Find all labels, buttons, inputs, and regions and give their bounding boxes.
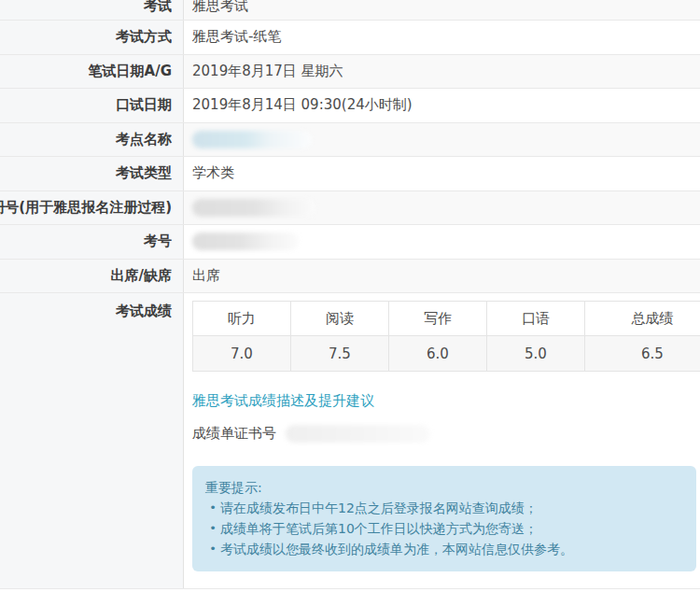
score-header-overall: 总成绩: [585, 302, 700, 336]
notice-title: 重要提示:: [205, 477, 683, 498]
score-value-listening: 7.0: [193, 336, 291, 372]
row-candidate-number-value-cell: [184, 225, 700, 259]
row-exam-type-value-cell: 学术类: [184, 157, 700, 190]
row-exam-mode: 考试方式 雅思考试-纸笔: [0, 21, 700, 55]
score-header-reading: 阅读: [291, 302, 389, 336]
row-exam-results-value-cell: 听力 阅读 写作 口语 总成绩 7.0 7.5 6.0 5.0 6.5 雅思考试…: [184, 293, 700, 588]
row-value: 出席: [192, 267, 220, 285]
row-label: 口试日期: [116, 96, 172, 114]
row-speaking-test-date: 口试日期 2019年8月14日 09:30(24小时制): [0, 89, 700, 123]
scores-table: 听力 阅读 写作 口语 总成绩 7.0 7.5 6.0 5.0 6.5: [192, 301, 700, 372]
row-written-test-date-label-cell: 笔试日期A/G: [0, 55, 184, 89]
notice-item-text: 成绩单将于笔试后第10个工作日以快递方式为您寄送；: [220, 518, 683, 539]
scores-header-row: 听力 阅读 写作 口语 总成绩: [193, 302, 700, 336]
row-registration-number-value-cell: [184, 191, 700, 225]
row-attendance: 出席/缺席 出席: [0, 260, 700, 294]
row-test-centre-name-label-cell: 考点名称: [0, 123, 184, 157]
row-exam-results: 考试成绩 听力 阅读 写作 口语 总成绩 7.0 7.5 6.0 5.0: [0, 293, 700, 589]
row-test-centre-name: 考点名称: [0, 123, 700, 158]
row-speaking-test-date-label-cell: 口试日期: [0, 89, 184, 122]
score-value-writing: 6.0: [389, 336, 487, 372]
row-exam-results-label-cell: 考试成绩: [0, 293, 184, 588]
row-label: 考试方式: [116, 28, 172, 46]
row-exam-label-cell: 考试: [0, 0, 184, 20]
row-exam: 考试 雅思考试: [0, 0, 700, 21]
notice-item: • 考试成绩以您最终收到的成绩单为准，本网站信息仅供参考。: [205, 539, 683, 559]
row-label: 考点名称: [116, 131, 172, 148]
row-candidate-number-label-cell: 考号: [0, 225, 184, 259]
row-registration-number: 注册号(用于雅思报名注册过程): [0, 191, 700, 226]
score-header-listening: 听力: [193, 302, 291, 336]
row-exam-mode-value-cell: 雅思考试-纸笔: [184, 21, 700, 54]
redacted-candidate-number: [192, 233, 299, 250]
redacted-registration-number: [192, 199, 315, 217]
row-exam-type: 考试类型 学术类: [0, 157, 700, 191]
scores-value-row: 7.0 7.5 6.0 5.0 6.5: [193, 336, 700, 372]
row-test-centre-name-value-cell: [184, 123, 700, 157]
row-label: 考试类型: [116, 164, 172, 182]
row-label: 考号: [144, 233, 172, 250]
row-label: 考试成绩: [116, 303, 172, 320]
score-value-reading: 7.5: [291, 336, 389, 372]
row-value: 2019年8月17日 星期六: [192, 63, 343, 80]
bullet-icon: •: [205, 518, 220, 539]
row-candidate-number: 考号: [0, 225, 700, 260]
row-value: 雅思考试-纸笔: [192, 28, 281, 46]
row-value: 学术类: [192, 164, 234, 182]
row-value: 2019年8月14日 09:30(24小时制): [192, 96, 413, 114]
redacted-centre-name: [192, 131, 312, 148]
row-attendance-value-cell: 出席: [184, 260, 700, 293]
score-value-overall: 6.5: [585, 336, 700, 372]
score-value-speaking: 5.0: [487, 336, 585, 372]
notice-item: • 请在成绩发布日中午12点之后登录报名网站查询成绩；: [205, 498, 683, 518]
notice-item: • 成绩单将于笔试后第10个工作日以快递方式为您寄送；: [205, 518, 683, 539]
row-exam-value-cell: 雅思考试: [184, 0, 700, 20]
row-label: 考试: [144, 0, 172, 15]
row-label: 出席/缺席: [111, 267, 172, 285]
score-header-speaking: 口语: [487, 302, 585, 336]
row-attendance-label-cell: 出席/缺席: [0, 260, 184, 293]
notice-item-text: 考试成绩以您最终收到的成绩单为准，本网站信息仅供参考。: [220, 539, 683, 559]
notice-item-text: 请在成绩发布日中午12点之后登录报名网站查询成绩；: [220, 498, 683, 518]
row-value: 雅思考试: [192, 0, 248, 15]
bullet-icon: •: [205, 498, 220, 518]
score-header-writing: 写作: [389, 302, 487, 336]
row-label: 注册号(用于雅思报名注册过程): [0, 199, 172, 217]
certificate-number-label: 成绩单证书号: [192, 425, 276, 443]
important-notice-box: 重要提示: • 请在成绩发布日中午12点之后登录报名网站查询成绩； • 成绩单将…: [192, 466, 696, 571]
row-written-test-date: 笔试日期A/G 2019年8月17日 星期六: [0, 55, 700, 90]
score-description-link[interactable]: 雅思考试成绩描述及提升建议: [192, 392, 374, 410]
row-label: 笔试日期A/G: [89, 63, 172, 80]
bullet-icon: •: [205, 539, 220, 559]
row-speaking-test-date-value-cell: 2019年8月14日 09:30(24小时制): [184, 89, 700, 122]
row-registration-number-label-cell: 注册号(用于雅思报名注册过程): [0, 191, 184, 225]
redacted-certificate-number: [286, 425, 430, 443]
row-exam-mode-label-cell: 考试方式: [0, 21, 184, 54]
row-written-test-date-value-cell: 2019年8月17日 星期六: [184, 55, 700, 89]
row-exam-type-label-cell: 考试类型: [0, 157, 184, 190]
certificate-number-line: 成绩单证书号: [192, 425, 430, 443]
ielts-result-detail-page: 考试 雅思考试 考试方式 雅思考试-纸笔 笔试日期A/G 2019年8月17日 …: [0, 0, 700, 592]
